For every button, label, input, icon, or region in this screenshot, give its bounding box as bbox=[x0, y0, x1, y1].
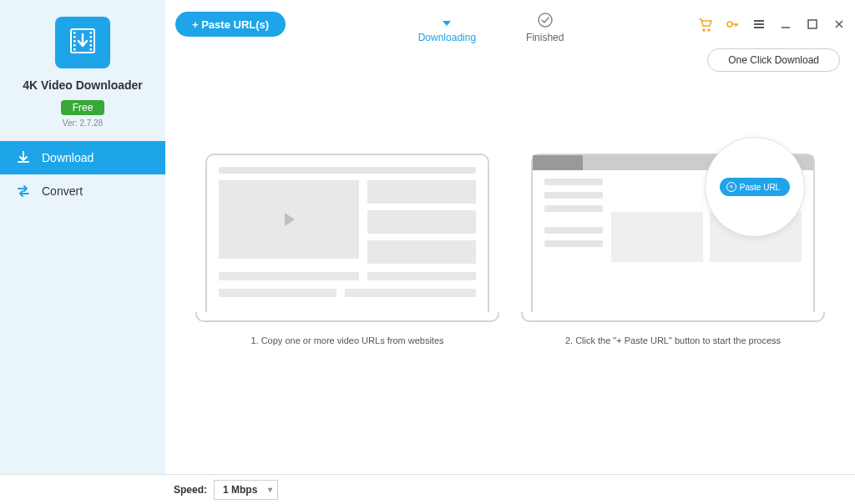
svg-rect-6 bbox=[90, 32, 93, 34]
sidebar-item-convert[interactable]: Convert bbox=[0, 174, 165, 208]
illustration-step-1: 1. Copy one or more video URLs from webs… bbox=[205, 154, 489, 345]
app-title: 4K Video Downloader bbox=[23, 78, 143, 92]
tab-area: Downloading Finished bbox=[286, 5, 696, 43]
svg-rect-10 bbox=[90, 48, 93, 51]
svg-rect-2 bbox=[73, 36, 76, 38]
svg-point-12 bbox=[727, 22, 732, 27]
step2-caption: 2. Click the "+ Paste URL" button to sta… bbox=[565, 335, 781, 345]
step1-caption: 1. Copy one or more video URLs from webs… bbox=[250, 335, 443, 345]
mini-paste-url-button: + Paste URL bbox=[720, 178, 790, 196]
sidebar-item-label: Convert bbox=[42, 184, 83, 198]
oneclick-row: One Click Download bbox=[165, 48, 855, 78]
play-icon bbox=[278, 209, 300, 230]
app-logo bbox=[55, 17, 110, 68]
svg-rect-1 bbox=[73, 32, 76, 34]
svg-point-11 bbox=[539, 13, 552, 27]
tab-label: Finished bbox=[526, 32, 564, 43]
close-icon[interactable] bbox=[830, 15, 848, 33]
mini-paste-label: Paste URL bbox=[740, 183, 780, 192]
minimize-icon[interactable] bbox=[777, 15, 795, 33]
tab-downloading[interactable]: Downloading bbox=[418, 5, 476, 43]
illustration-step-2: + Paste URL 2. Click the "+ Paste URL" b… bbox=[531, 154, 815, 345]
key-icon[interactable] bbox=[723, 15, 741, 33]
download-icon bbox=[15, 149, 32, 166]
svg-rect-7 bbox=[90, 36, 93, 38]
speed-value: 1 Mbps bbox=[223, 484, 257, 496]
illustration-area: 1. Copy one or more video URLs from webs… bbox=[165, 78, 855, 474]
content-area: + Paste URL(s) Downloading Finished bbox=[165, 0, 855, 474]
header-icons bbox=[696, 15, 848, 33]
menu-icon[interactable] bbox=[750, 15, 768, 33]
paste-url-button[interactable]: + Paste URL(s) bbox=[175, 12, 286, 37]
finished-icon bbox=[535, 10, 555, 30]
speed-label: Speed: bbox=[174, 484, 207, 496]
svg-rect-5 bbox=[73, 48, 76, 51]
sidebar: 4K Video Downloader Free Ver: 2.7.28 Dow… bbox=[0, 0, 165, 474]
tab-finished[interactable]: Finished bbox=[526, 5, 564, 43]
plus-icon: + bbox=[726, 182, 736, 192]
speed-select[interactable]: 1 Mbps bbox=[214, 480, 278, 500]
sidebar-item-download[interactable]: Download bbox=[0, 141, 165, 174]
footer: Speed: 1 Mbps bbox=[0, 474, 855, 504]
svg-rect-13 bbox=[808, 20, 817, 28]
tab-label: Downloading bbox=[418, 32, 476, 43]
svg-rect-4 bbox=[73, 44, 76, 47]
nav-list: Download Convert bbox=[0, 141, 165, 208]
maximize-icon[interactable] bbox=[803, 15, 822, 33]
laptop-illustration-1 bbox=[205, 154, 489, 322]
svg-rect-9 bbox=[90, 44, 93, 47]
downloading-icon bbox=[437, 10, 457, 30]
version-text: Ver: 2.7.28 bbox=[63, 118, 103, 128]
magnifier-illustration: + Paste URL bbox=[705, 137, 805, 237]
free-badge: Free bbox=[61, 100, 105, 115]
laptop-illustration-2: + Paste URL bbox=[531, 154, 815, 322]
topbar: + Paste URL(s) Downloading Finished bbox=[165, 0, 855, 48]
cart-icon[interactable] bbox=[696, 15, 715, 33]
svg-rect-3 bbox=[73, 40, 76, 43]
one-click-download-button[interactable]: One Click Download bbox=[707, 48, 840, 72]
sidebar-item-label: Download bbox=[42, 151, 94, 164]
svg-rect-8 bbox=[90, 40, 93, 43]
convert-icon bbox=[15, 183, 32, 199]
